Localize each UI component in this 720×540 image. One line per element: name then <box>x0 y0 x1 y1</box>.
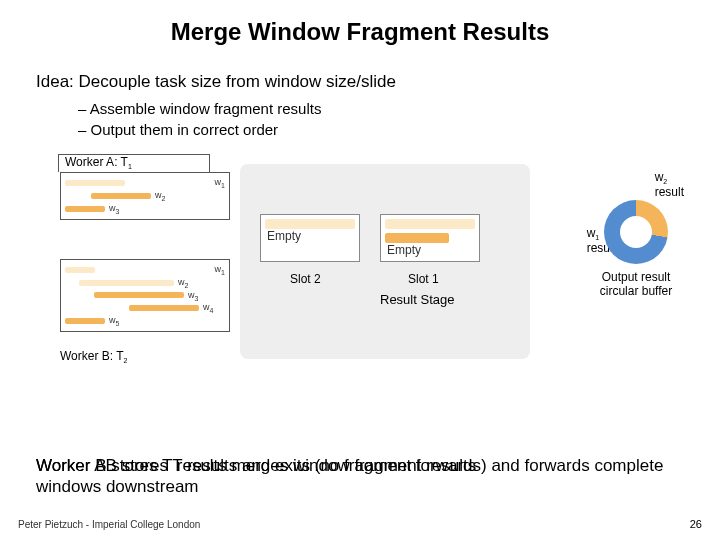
worker-a-label: Worker A: T1 <box>58 154 210 172</box>
worker-a: Worker A: T1 w1 w2 w3 <box>60 154 230 220</box>
bottom-text-layer-1: Worker B stores T results merges window … <box>36 455 476 476</box>
bullet-list: – Assemble window fragment results – Out… <box>0 98 720 140</box>
donut-caption: Output result circular buffer <box>596 264 676 299</box>
bullet-2: – Output them in correct order <box>78 119 720 140</box>
worker-b-box: w1 w2 w3 w4 w5 <box>60 259 230 332</box>
slide-title: Merge Window Fragment Results <box>0 0 720 54</box>
result-stage-caption: Result Stage <box>380 292 454 307</box>
slot-1: Empty <box>380 214 480 262</box>
slot-2-empty: Empty <box>267 229 301 243</box>
slot-1-caption: Slot 1 <box>408 272 439 286</box>
bullet-1: – Assemble window fragment results <box>78 98 720 119</box>
slot-2-caption: Slot 2 <box>290 272 321 286</box>
w2-result-label: w2 result <box>655 170 684 199</box>
page-number: 26 <box>690 518 702 530</box>
worker-a-box: w1 w2 w3 <box>60 172 230 219</box>
worker-b-label: Worker B: T2 <box>60 349 127 364</box>
footer-attribution: Peter Pietzuch - Imperial College London <box>18 519 200 530</box>
diagram: Worker A: T1 w1 w2 w3 w1 w2 w3 w4 w5 Wor… <box>60 154 684 369</box>
idea-line: Idea: Decouple task size from window siz… <box>0 54 720 98</box>
bottom-overlapped-text: Worker B stores T results merges window … <box>36 455 684 498</box>
slot-2: Empty <box>260 214 360 262</box>
circular-buffer: Output result circular buffer <box>596 200 676 299</box>
slot-1-empty: Empty <box>387 243 421 257</box>
donut-icon <box>604 200 668 264</box>
worker-b: w1 w2 w3 w4 w5 <box>60 259 230 332</box>
